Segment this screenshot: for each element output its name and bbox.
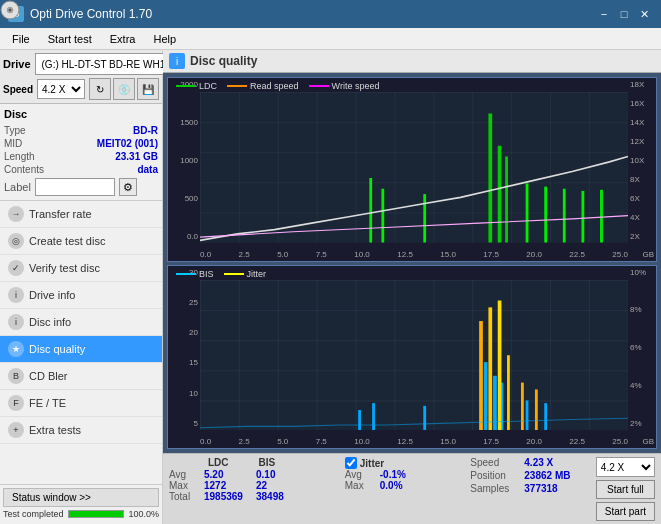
jitter-max-row: Max 0.0% <box>345 480 471 491</box>
svg-rect-11 <box>526 183 529 242</box>
ldc-bis-stats: LDC BIS Avg 5.20 0.10 Max 1272 22 Total … <box>169 457 345 521</box>
jitter-max: 0.0% <box>380 480 403 491</box>
progress-pct: 100.0% <box>128 509 159 519</box>
speed-select-stats[interactable]: 4.2 X <box>596 457 655 477</box>
max-row: Max 1272 22 <box>169 480 345 491</box>
sidebar-item-disc-quality[interactable]: ★ Disc quality <box>0 336 162 363</box>
svg-rect-19 <box>372 403 375 430</box>
sidebar-label-drive-info: Drive info <box>29 289 75 301</box>
sidebar-label-disc-quality: Disc quality <box>29 343 85 355</box>
legend-ldc: LDC <box>176 81 217 91</box>
transfer-rate-icon: → <box>8 206 24 222</box>
svg-rect-25 <box>544 403 547 430</box>
label-edit-button[interactable]: ⚙ <box>119 178 137 196</box>
disc-quality-title: Disc quality <box>190 54 257 68</box>
extra-tests-icon: + <box>8 422 24 438</box>
disc-button[interactable]: 💿 <box>113 78 135 100</box>
svg-rect-31 <box>535 389 538 430</box>
jitter-section: Jitter <box>345 457 471 469</box>
svg-rect-21 <box>484 362 488 430</box>
chart2-x-axis: 0.02.55.07.510.012.515.017.520.022.525.0 <box>200 437 628 446</box>
spin-button[interactable]: ↻ <box>89 78 111 100</box>
jitter-checkbox[interactable] <box>345 457 357 469</box>
menu-bar: File Start test Extra Help <box>0 28 661 50</box>
maximize-button[interactable]: □ <box>615 5 633 23</box>
save-button[interactable]: 💾 <box>137 78 159 100</box>
speed-icons: ↻ 💿 💾 <box>89 78 159 100</box>
chart2-legend: BIS Jitter <box>176 269 266 279</box>
svg-rect-30 <box>521 382 524 430</box>
menu-file[interactable]: File <box>4 31 38 47</box>
length-value: 23.31 GB <box>115 151 158 162</box>
sidebar-item-disc-info[interactable]: i Disc info <box>0 309 162 336</box>
minimize-button[interactable]: − <box>595 5 613 23</box>
disc-icon <box>0 0 20 20</box>
chart1-svg <box>200 92 628 243</box>
svg-rect-5 <box>369 178 372 243</box>
start-part-button[interactable]: Start part <box>596 502 655 521</box>
disc-quality-icon: ★ <box>8 341 24 357</box>
window-controls: − □ ✕ <box>595 5 653 23</box>
menu-extra[interactable]: Extra <box>102 31 144 47</box>
title-bar: O Opti Drive Control 1.70 − □ ✕ <box>0 0 661 28</box>
sidebar-item-extra-tests[interactable]: + Extra tests <box>0 417 162 444</box>
chart1-legend: LDC Read speed Write speed <box>176 81 379 91</box>
stats-header: LDC BIS <box>169 457 345 468</box>
chart2-gb-label: GB <box>642 437 654 446</box>
sidebar-item-create-test-disc[interactable]: ◎ Create test disc <box>0 228 162 255</box>
status-window-button[interactable]: Status window >> <box>3 488 159 507</box>
bis-avg: 0.10 <box>256 469 308 480</box>
bis-header: BIS <box>259 457 276 468</box>
svg-point-2 <box>9 9 12 12</box>
chart2-container: BIS Jitter <box>167 265 657 450</box>
total-label: Total <box>169 491 204 502</box>
svg-rect-26 <box>479 321 483 430</box>
cd-bler-icon: B <box>8 368 24 384</box>
close-button[interactable]: ✕ <box>635 5 653 23</box>
speed-label-stat: Speed <box>470 457 520 468</box>
disc-title: Disc <box>4 108 27 120</box>
legend-write-speed: Write speed <box>309 81 380 91</box>
sidebar-label-cd-bler: CD Bler <box>29 370 68 382</box>
jitter-avg: -0.1% <box>380 469 406 480</box>
charts-area: LDC Read speed Write speed <box>163 73 661 453</box>
sidebar-item-verify-test-disc[interactable]: ✓ Verify test disc <box>0 255 162 282</box>
type-label: Type <box>4 125 26 136</box>
bis-max: 22 <box>256 480 308 491</box>
label-input[interactable] <box>35 178 115 196</box>
drive-section: Drive (G:) HL-DT-ST BD-RE WH16NS48 1.D3 … <box>0 50 162 104</box>
ldc-header: LDC <box>208 457 229 468</box>
sidebar-item-fe-te[interactable]: F FE / TE <box>0 390 162 417</box>
svg-rect-18 <box>358 409 361 430</box>
chart2-svg <box>200 280 628 431</box>
jitter-avg-row: Avg -0.1% <box>345 469 471 480</box>
sidebar-item-drive-info[interactable]: i Drive info <box>0 282 162 309</box>
menu-start-test[interactable]: Start test <box>40 31 100 47</box>
mid-value: MEIT02 (001) <box>97 138 158 149</box>
chart2-y-right: 10% 8% 6% 4% 2% <box>628 266 656 431</box>
progress-bar-bg <box>68 510 125 518</box>
start-full-button[interactable]: Start full <box>596 480 655 499</box>
sidebar-menu: → Transfer rate ◎ Create test disc ✓ Ver… <box>0 201 162 484</box>
ldc-color <box>176 85 196 87</box>
sidebar: Drive (G:) HL-DT-ST BD-RE WH16NS48 1.D3 … <box>0 50 163 524</box>
sidebar-item-cd-bler[interactable]: B CD Bler <box>0 363 162 390</box>
position-val: 23862 MB <box>524 470 570 481</box>
chart1-y-right: 18X 16X 14X 12X 10X 8X 6X 4X 2X <box>628 78 656 243</box>
stats-panel: LDC BIS Avg 5.20 0.10 Max 1272 22 Total … <box>163 453 661 524</box>
content-area: i Disc quality LDC Read speed <box>163 50 661 524</box>
drive-label: Drive <box>3 58 31 70</box>
sidebar-item-transfer-rate[interactable]: → Transfer rate <box>0 201 162 228</box>
status-bar: Status window >> Test completed 100.0% <box>0 484 162 524</box>
jitter-color <box>224 273 244 275</box>
bis-label: BIS <box>199 269 214 279</box>
menu-help[interactable]: Help <box>145 31 184 47</box>
main-layout: Drive (G:) HL-DT-ST BD-RE WH16NS48 1.D3 … <box>0 50 661 524</box>
disc-info-icon: i <box>8 314 24 330</box>
svg-rect-6 <box>381 189 384 243</box>
position-row: Position 23862 MB <box>470 470 596 481</box>
total-row: Total 1985369 38498 <box>169 491 345 502</box>
sidebar-label-verify-test: Verify test disc <box>29 262 100 274</box>
speed-select-drive[interactable]: 4.2 X <box>37 79 85 99</box>
svg-rect-12 <box>544 187 547 243</box>
